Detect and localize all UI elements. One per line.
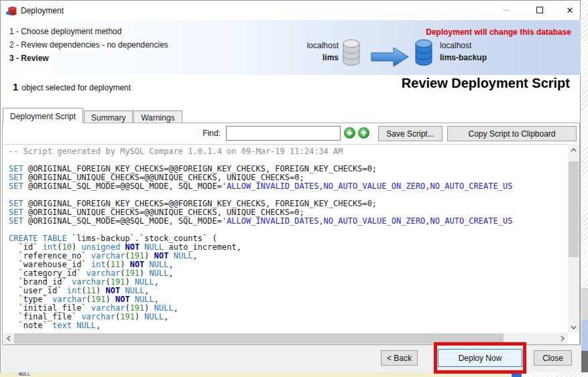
close-button[interactable]: Close bbox=[534, 350, 572, 366]
scroll-down-icon[interactable] bbox=[568, 321, 579, 333]
source-database-name: lims bbox=[268, 52, 339, 64]
deploy-now-button[interactable]: Deploy Now bbox=[438, 349, 522, 367]
maximize-icon[interactable] bbox=[528, 1, 551, 19]
wizard-step-3: 3 - Review bbox=[9, 52, 168, 65]
background-window-edge bbox=[581, 351, 588, 372]
background-editor-sliver: NULL bbox=[0, 372, 511, 377]
scroll-right-icon[interactable] bbox=[556, 333, 568, 344]
right-arrow-icon bbox=[371, 47, 410, 70]
wizard-steps: 1 - Choose deployment method 2 - Review … bbox=[9, 25, 168, 65]
tab-strip: Deployment Script Summary Warnings bbox=[3, 108, 183, 123]
scroll-up-icon[interactable] bbox=[568, 144, 579, 155]
gray-database-cylinder-icon bbox=[342, 39, 361, 70]
vertical-scrollbar[interactable] bbox=[568, 144, 579, 333]
find-label: Find: bbox=[180, 129, 221, 138]
vertical-scrollbar-thumb[interactable] bbox=[569, 161, 579, 257]
screen: NULL Deployment ✕ 1 - Choose deployment bbox=[0, 0, 588, 377]
find-input[interactable] bbox=[226, 126, 341, 141]
scroll-left-icon[interactable] bbox=[3, 333, 14, 344]
tab-summary[interactable]: Summary bbox=[84, 110, 133, 123]
find-previous-button[interactable] bbox=[358, 127, 369, 139]
title-bar[interactable]: Deployment ✕ bbox=[1, 1, 580, 20]
selected-object-label: object selected for deployment bbox=[21, 83, 131, 92]
target-database-labels: localhost lims-backup bbox=[440, 40, 487, 64]
copy-script-button[interactable]: Copy Script to Clipboard bbox=[447, 126, 577, 141]
close-icon[interactable]: ✕ bbox=[558, 1, 581, 19]
background-scrollbar-track bbox=[581, 288, 588, 320]
green-up-arrow-icon bbox=[360, 129, 367, 137]
background-document-icon bbox=[512, 372, 522, 377]
sql-script[interactable]: -- Script generated by MySQL Compare 1.0… bbox=[3, 144, 568, 333]
change-warning: Deployment will change this database bbox=[426, 27, 571, 37]
green-down-arrow-icon bbox=[346, 129, 353, 137]
tab-deployment-script[interactable]: Deployment Script bbox=[3, 108, 83, 123]
page-title: Review Deployment Script bbox=[402, 76, 570, 91]
horizontal-scrollbar-thumb[interactable] bbox=[14, 333, 504, 344]
wizard-step-2: 2 - Review dependencies - no dependencie… bbox=[9, 38, 168, 52]
deployment-script-panel: Find: Save Script... Copy Script to Clip… bbox=[2, 123, 580, 345]
wizard-header: 1 - Choose deployment method 2 - Review … bbox=[1, 20, 581, 75]
window-title: Deployment bbox=[21, 6, 64, 15]
background-scrollbar-thumb bbox=[581, 320, 588, 351]
wizard-step-1: 1 - Choose deployment method bbox=[9, 25, 168, 38]
selection-summary: 1object selected for deployment bbox=[13, 81, 131, 92]
horizontal-scrollbar[interactable] bbox=[3, 333, 568, 344]
app-icon bbox=[6, 5, 17, 19]
back-button[interactable]: < Back bbox=[381, 350, 418, 366]
find-next-button[interactable] bbox=[344, 127, 355, 139]
deployment-dialog: Deployment ✕ 1 - Choose deployment metho… bbox=[0, 0, 581, 372]
source-database-labels: localhost lims bbox=[268, 40, 339, 64]
save-script-button[interactable]: Save Script... bbox=[378, 126, 443, 141]
tab-warnings[interactable]: Warnings bbox=[133, 110, 182, 123]
target-host: localhost bbox=[440, 40, 487, 52]
blue-database-cylinder-icon bbox=[414, 39, 433, 70]
target-database-name: lims-backup bbox=[440, 52, 487, 64]
source-host: localhost bbox=[268, 40, 339, 52]
minimize-icon bbox=[495, 1, 518, 19]
selected-object-count: 1 bbox=[13, 81, 18, 92]
